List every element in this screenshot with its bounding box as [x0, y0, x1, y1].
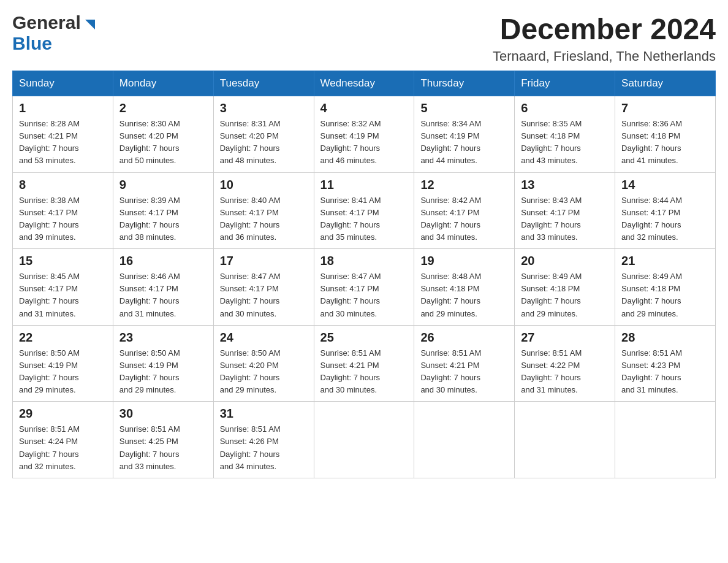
calendar-cell: 2 Sunrise: 8:30 AM Sunset: 4:20 PM Dayli… [113, 96, 213, 173]
daylight-label: Daylight: 7 hours [521, 296, 581, 305]
calendar-cell: 4 Sunrise: 8:32 AM Sunset: 4:19 PM Dayli… [314, 96, 414, 173]
calendar-cell: 3 Sunrise: 8:31 AM Sunset: 4:20 PM Dayli… [213, 96, 314, 173]
day-info: Sunrise: 8:51 AM Sunset: 4:24 PM Dayligh… [19, 423, 107, 473]
calendar-cell: 9 Sunrise: 8:39 AM Sunset: 4:17 PM Dayli… [113, 172, 213, 249]
day-info: Sunrise: 8:47 AM Sunset: 4:17 PM Dayligh… [220, 270, 308, 320]
daylight-minutes: and 41 minutes. [621, 156, 678, 165]
calendar-cell: 20 Sunrise: 8:49 AM Sunset: 4:18 PM Dayl… [515, 249, 615, 326]
daylight-label: Daylight: 7 hours [320, 220, 381, 229]
daylight-minutes: and 32 minutes. [621, 232, 678, 242]
sunset-label: Sunset: 4:19 PM [420, 131, 479, 140]
daylight-minutes: and 36 minutes. [220, 232, 277, 242]
sunrise-label: Sunrise: 8:51 AM [621, 348, 682, 358]
daylight-label: Daylight: 7 hours [19, 220, 79, 229]
daylight-label: Daylight: 7 hours [119, 373, 180, 382]
day-info: Sunrise: 8:47 AM Sunset: 4:17 PM Dayligh… [320, 270, 408, 320]
daylight-label: Daylight: 7 hours [19, 144, 79, 153]
sunset-label: Sunset: 4:18 PM [521, 131, 580, 140]
calendar-cell: 10 Sunrise: 8:40 AM Sunset: 4:17 PM Dayl… [213, 172, 314, 249]
day-number: 1 [19, 101, 107, 115]
sunrise-label: Sunrise: 8:50 AM [119, 348, 180, 358]
calendar-cell: 15 Sunrise: 8:45 AM Sunset: 4:17 PM Dayl… [13, 249, 113, 326]
calendar-cell: 12 Sunrise: 8:42 AM Sunset: 4:17 PM Dayl… [414, 172, 515, 249]
daylight-minutes: and 38 minutes. [119, 232, 176, 242]
daylight-label: Daylight: 7 hours [621, 296, 681, 305]
calendar-cell: 31 Sunrise: 8:51 AM Sunset: 4:26 PM Dayl… [213, 402, 314, 478]
day-number: 18 [320, 254, 408, 268]
day-info: Sunrise: 8:35 AM Sunset: 4:18 PM Dayligh… [521, 118, 609, 167]
sunrise-label: Sunrise: 8:36 AM [621, 119, 682, 128]
daylight-label: Daylight: 7 hours [220, 296, 280, 305]
sunrise-label: Sunrise: 8:51 AM [521, 348, 582, 358]
calendar-header-thursday: Thursday [414, 71, 515, 96]
calendar-cell: 29 Sunrise: 8:51 AM Sunset: 4:24 PM Dayl… [13, 402, 113, 478]
daylight-label: Daylight: 7 hours [521, 144, 581, 153]
daylight-minutes: and 29 minutes. [220, 385, 277, 394]
day-info: Sunrise: 8:38 AM Sunset: 4:17 PM Dayligh… [19, 194, 107, 244]
day-number: 22 [19, 331, 107, 345]
day-number: 14 [621, 178, 709, 192]
calendar-cell: 14 Sunrise: 8:44 AM Sunset: 4:17 PM Dayl… [615, 172, 716, 249]
daylight-minutes: and 30 minutes. [320, 309, 377, 318]
sunrise-label: Sunrise: 8:45 AM [19, 272, 80, 281]
daylight-minutes: and 43 minutes. [521, 156, 578, 165]
sunset-label: Sunset: 4:19 PM [19, 361, 78, 370]
sunrise-label: Sunrise: 8:51 AM [220, 424, 281, 434]
daylight-minutes: and 30 minutes. [420, 385, 477, 394]
day-info: Sunrise: 8:39 AM Sunset: 4:17 PM Dayligh… [119, 194, 207, 244]
daylight-minutes: and 34 minutes. [420, 232, 477, 242]
sunrise-label: Sunrise: 8:44 AM [621, 196, 682, 205]
daylight-minutes: and 29 minutes. [521, 309, 578, 318]
calendar-cell: 7 Sunrise: 8:36 AM Sunset: 4:18 PM Dayli… [615, 96, 716, 173]
day-info: Sunrise: 8:51 AM Sunset: 4:25 PM Dayligh… [119, 423, 207, 473]
day-info: Sunrise: 8:51 AM Sunset: 4:22 PM Dayligh… [521, 347, 609, 397]
day-number: 26 [420, 331, 508, 345]
day-info: Sunrise: 8:49 AM Sunset: 4:18 PM Dayligh… [621, 270, 709, 320]
daylight-minutes: and 29 minutes. [621, 309, 678, 318]
calendar-table: SundayMondayTuesdayWednesdayThursdayFrid… [12, 71, 716, 478]
sunset-label: Sunset: 4:21 PM [320, 361, 379, 370]
day-info: Sunrise: 8:50 AM Sunset: 4:20 PM Dayligh… [220, 347, 308, 397]
daylight-label: Daylight: 7 hours [621, 220, 681, 229]
daylight-label: Daylight: 7 hours [420, 144, 480, 153]
calendar-cell [314, 402, 414, 478]
sunrise-label: Sunrise: 8:35 AM [521, 119, 582, 128]
daylight-minutes: and 30 minutes. [320, 385, 377, 394]
page-header: General Blue December 2024 Ternaard, Fri… [12, 12, 716, 64]
day-info: Sunrise: 8:48 AM Sunset: 4:18 PM Dayligh… [420, 270, 508, 320]
daylight-label: Daylight: 7 hours [320, 373, 381, 382]
day-number: 7 [621, 101, 709, 115]
logo-general-text: General [12, 12, 81, 33]
calendar-cell: 8 Sunrise: 8:38 AM Sunset: 4:17 PM Dayli… [13, 172, 113, 249]
daylight-minutes: and 31 minutes. [19, 309, 76, 318]
sunrise-label: Sunrise: 8:43 AM [521, 196, 582, 205]
daylight-label: Daylight: 7 hours [19, 373, 79, 382]
sunset-label: Sunset: 4:17 PM [420, 208, 479, 217]
daylight-minutes: and 44 minutes. [420, 156, 477, 165]
day-number: 19 [420, 254, 508, 268]
daylight-minutes: and 33 minutes. [119, 462, 176, 471]
day-info: Sunrise: 8:51 AM Sunset: 4:21 PM Dayligh… [320, 347, 408, 397]
sunset-label: Sunset: 4:18 PM [420, 284, 479, 293]
day-number: 4 [320, 101, 408, 115]
day-number: 25 [320, 331, 408, 345]
daylight-minutes: and 53 minutes. [19, 156, 76, 165]
sunset-label: Sunset: 4:17 PM [521, 208, 580, 217]
daylight-label: Daylight: 7 hours [521, 220, 581, 229]
sunset-label: Sunset: 4:19 PM [119, 361, 178, 370]
daylight-minutes: and 35 minutes. [320, 232, 377, 242]
sunset-label: Sunset: 4:17 PM [320, 208, 379, 217]
day-info: Sunrise: 8:28 AM Sunset: 4:21 PM Dayligh… [19, 118, 107, 167]
daylight-minutes: and 29 minutes. [19, 385, 76, 394]
day-info: Sunrise: 8:43 AM Sunset: 4:17 PM Dayligh… [521, 194, 609, 244]
daylight-minutes: and 32 minutes. [19, 462, 76, 471]
daylight-label: Daylight: 7 hours [320, 296, 381, 305]
sunrise-label: Sunrise: 8:46 AM [119, 272, 180, 281]
sunset-label: Sunset: 4:20 PM [220, 131, 279, 140]
day-number: 15 [19, 254, 107, 268]
sunrise-label: Sunrise: 8:50 AM [19, 348, 80, 358]
daylight-label: Daylight: 7 hours [420, 220, 480, 229]
day-number: 28 [621, 331, 709, 345]
daylight-minutes: and 31 minutes. [621, 385, 678, 394]
daylight-minutes: and 29 minutes. [420, 309, 477, 318]
